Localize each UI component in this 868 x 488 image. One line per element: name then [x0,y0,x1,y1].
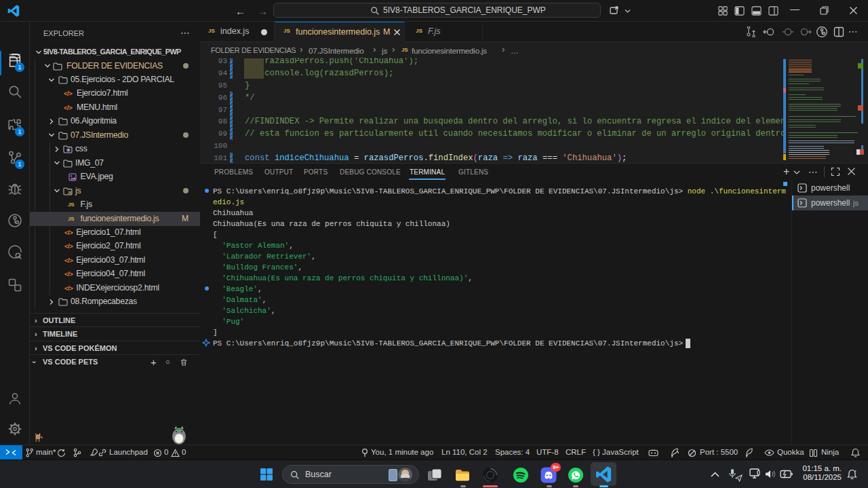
svg-text:z: z [854,469,856,473]
svg-text:JS: JS [68,191,73,195]
